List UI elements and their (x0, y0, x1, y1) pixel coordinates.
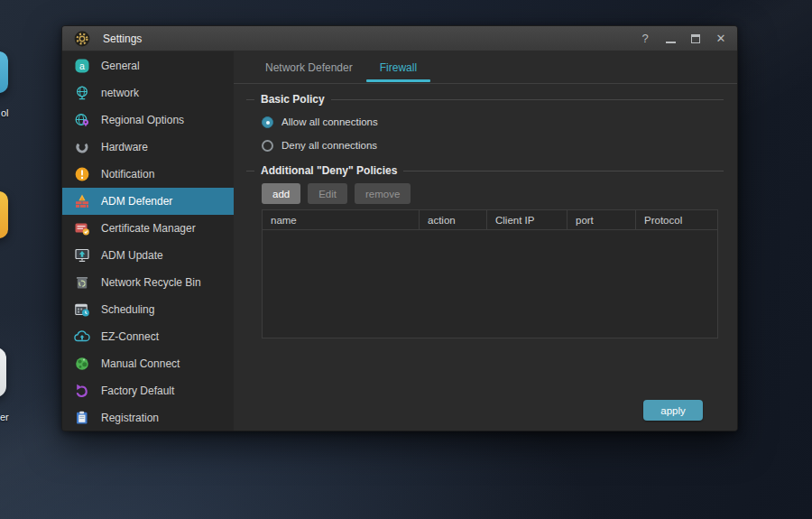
registration-icon (74, 410, 90, 426)
radio-label: Allow all connections (281, 116, 378, 127)
column-header-protocol[interactable]: Protocol (636, 210, 717, 229)
desktop-icon-label-partial-top: ol (1, 107, 9, 118)
sidebar-item-label: Certificate Manager (101, 222, 196, 235)
settings-sidebar: a General network (62, 51, 234, 431)
network-globe-icon (74, 85, 90, 101)
help-icon[interactable]: ? (640, 32, 651, 44)
sidebar-item-network-recycle-bin[interactable]: Network Recycle Bin (62, 269, 234, 296)
radio-unselected-icon[interactable] (262, 140, 273, 152)
radio-allow-all-connections[interactable]: Allow all connections (262, 115, 724, 129)
desktop-icon-partial-bottom[interactable] (0, 348, 6, 397)
sidebar-item-label: ADM Defender (101, 195, 172, 208)
table-body-empty[interactable] (263, 230, 717, 338)
factory-default-icon (74, 383, 90, 399)
firewall-panel: Network Defender Firewall Basic Policy A… (234, 51, 737, 431)
certificate-manager-icon (74, 220, 90, 236)
ez-connect-icon (74, 329, 90, 345)
policy-toolbar: add Edit remove (262, 183, 724, 204)
apply-button[interactable]: apply (643, 400, 703, 421)
sidebar-item-notification[interactable]: Notification (62, 161, 234, 188)
tab-network-defender[interactable]: Network Defender (252, 51, 366, 83)
deny-policies-table: name action Client IP port Protocol (262, 209, 718, 338)
radio-label: Deny all connections (281, 140, 377, 151)
column-header-name[interactable]: name (263, 210, 420, 229)
sidebar-item-adm-defender[interactable]: ADM Defender (62, 188, 234, 215)
column-header-action[interactable]: action (420, 210, 487, 229)
regional-options-icon (74, 112, 90, 128)
column-header-port[interactable]: port (567, 210, 636, 229)
titlebar[interactable]: Settings ? ✕ (62, 26, 737, 51)
settings-window: Settings ? ✕ a General (61, 25, 738, 431)
sidebar-item-label: Manual Connect (101, 357, 180, 370)
sidebar-item-label: Regional Options (101, 114, 184, 126)
tab-bar: Network Defender Firewall (234, 51, 737, 84)
hardware-icon (74, 139, 90, 155)
network-recycle-bin-icon (74, 274, 90, 291)
sidebar-item-label: EZ-Connect (101, 330, 159, 343)
sidebar-item-label: network (101, 87, 139, 99)
basic-policy-legend: Basic Policy (246, 93, 724, 106)
sidebar-item-manual-connect[interactable]: Manual Connect (62, 350, 234, 377)
tab-label: Network Defender (265, 61, 353, 74)
radio-deny-all-connections[interactable]: Deny all connections (262, 138, 724, 153)
table-header-row: name action Client IP port Protocol (263, 210, 717, 230)
sidebar-item-scheduling[interactable]: Scheduling (62, 296, 234, 323)
window-title: Settings (103, 32, 142, 45)
sidebar-item-adm-update[interactable]: ADM Update (62, 242, 234, 269)
sidebar-item-label: Factory Default (101, 385, 174, 397)
sidebar-item-label: Notification (101, 168, 154, 181)
desktop-icon-partial-top[interactable] (0, 51, 8, 93)
sidebar-item-ez-connect[interactable]: EZ-Connect (62, 323, 234, 350)
remove-button[interactable]: remove (355, 183, 411, 204)
tab-label: Firewall (380, 61, 417, 74)
sidebar-item-label: ADM Update (101, 249, 163, 262)
sidebar-item-label: General (101, 60, 140, 72)
radio-selected-icon[interactable] (262, 116, 273, 128)
desktop-icon-label-partial-bottom: er (0, 412, 9, 422)
additional-deny-policies-legend: Additional "Deny" Policies (246, 164, 724, 177)
manual-connect-icon (74, 356, 90, 372)
sidebar-item-label: Hardware (101, 141, 148, 153)
scheduling-icon (74, 301, 90, 318)
column-header-client-ip[interactable]: Client IP (487, 210, 567, 229)
adm-update-icon (74, 247, 90, 264)
close-icon[interactable]: ✕ (715, 32, 726, 44)
sidebar-item-regional-options[interactable]: Regional Options (62, 107, 234, 134)
firewall-content: Basic Policy Allow all connections Deny … (234, 84, 737, 431)
sidebar-item-hardware[interactable]: Hardware (62, 134, 234, 161)
notification-icon (74, 166, 90, 182)
sidebar-item-factory-default[interactable]: Factory Default (62, 377, 234, 404)
adm-defender-icon (74, 193, 90, 209)
sidebar-item-certificate-manager[interactable]: Certificate Manager (62, 215, 234, 242)
sidebar-item-label: Network Recycle Bin (101, 276, 201, 289)
sidebar-item-general[interactable]: a General (62, 52, 234, 79)
settings-gear-icon (74, 31, 90, 47)
edit-button[interactable]: Edit (308, 183, 347, 204)
sidebar-item-network[interactable]: network (62, 79, 234, 107)
tab-firewall[interactable]: Firewall (366, 51, 430, 83)
sidebar-item-registration[interactable]: Registration (62, 404, 234, 431)
add-button[interactable]: add (262, 183, 300, 204)
desktop-icon-partial-middle[interactable] (0, 191, 8, 238)
general-icon: a (74, 58, 90, 74)
sidebar-item-label: Scheduling (101, 303, 154, 316)
svg-text:a: a (79, 60, 85, 71)
maximize-icon[interactable] (691, 34, 700, 43)
minimize-icon[interactable] (666, 34, 676, 43)
sidebar-item-label: Registration (101, 412, 159, 424)
